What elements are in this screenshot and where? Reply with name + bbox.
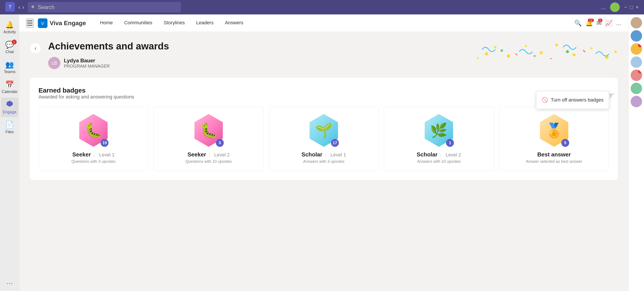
svg-point-21 [572, 54, 576, 56]
nav-link-communities[interactable]: Communities [119, 17, 158, 29]
engage-nav-links: Home Communities Storylines Leaders Answ… [95, 17, 574, 29]
nav-forward-button[interactable]: › [22, 4, 24, 11]
sidebar-more-button[interactable]: … [6, 278, 13, 286]
nav-more-button[interactable]: ... [616, 20, 621, 27]
rs-avatar-6[interactable] [631, 83, 642, 94]
sidebar-item-calendar[interactable]: 📅 Calendar [1, 78, 18, 97]
sidebar-item-activity[interactable]: 🔔 Activity [1, 18, 18, 37]
user-details: Lydya Bauer PROGRAM MANAGER [64, 58, 110, 69]
rs-avatar-7[interactable] [631, 96, 642, 107]
badge-count-best-answer: 5 [561, 139, 569, 147]
svg-point-7 [631, 56, 642, 68]
right-sidebar: ! 1 [628, 14, 644, 291]
sidebar-item-chat-label: Chat [6, 50, 14, 54]
nav-message-button[interactable]: ✉ 5 [596, 20, 602, 27]
badge-card-seeker-1: 🐛 19 Seeker | Level 1 Questions with 3 u… [38, 107, 148, 171]
search-bar[interactable]: 🔍 [28, 2, 181, 12]
sidebar-item-activity-label: Activity [3, 30, 16, 34]
restore-button[interactable]: □ [630, 4, 633, 10]
nav-arrows: ‹ › [18, 4, 24, 11]
user-profile-avatar[interactable]: LB [48, 57, 60, 69]
sidebar-item-engage[interactable]: Engage [1, 98, 18, 117]
title-bar-right: ... − □ × [601, 2, 639, 12]
badge-desc-seeker-1: Questions with 3 upvotes [72, 159, 116, 164]
svg-point-20 [555, 44, 558, 46]
confetti-svg [464, 41, 618, 67]
badge-desc-best-answer: Answer selected as best answer [526, 159, 582, 164]
svg-point-19 [540, 51, 543, 54]
svg-point-2 [610, 3, 620, 12]
nav-link-storylines[interactable]: Storylines [158, 17, 190, 29]
badge-desc-seeker-2: Questions with 10 upvotes [186, 159, 232, 164]
sidebar-item-chat[interactable]: 💬 Chat 1 [1, 38, 18, 57]
svg-point-22 [590, 47, 592, 50]
svg-rect-27 [515, 53, 518, 55]
badge-name-seeker-1: Seeker | Level 1 [72, 151, 114, 158]
engage-icon [6, 100, 13, 109]
teams-icon: 👥 [5, 60, 14, 69]
badge-card-seeker-2: 🐛 3 Seeker | Level 2 Questions with 10 u… [154, 107, 264, 171]
search-input[interactable] [38, 4, 178, 10]
rs-badge-3: ! [638, 43, 642, 47]
sidebar-item-calendar-label: Calendar [2, 90, 18, 94]
teams-app-icon: T [5, 2, 15, 12]
minimize-button[interactable]: − [624, 4, 627, 10]
window-controls: − □ × [624, 4, 639, 10]
engage-app-title: Viva Engage [50, 20, 86, 27]
turn-off-icon: 🚫 [542, 97, 548, 103]
svg-text:T: T [8, 4, 12, 10]
more-options-button[interactable]: ... [601, 4, 606, 11]
hamburger-menu-button[interactable]: ☰ [26, 18, 34, 28]
page-content: ‹ Achievements and awards LB Lydya Bauer… [19, 32, 628, 188]
badge-icon-best-answer: 🏅 5 [540, 114, 568, 147]
svg-point-30 [614, 50, 617, 53]
nav-back-button[interactable]: ‹ [18, 4, 20, 11]
svg-point-16 [494, 46, 496, 48]
svg-point-4 [631, 17, 642, 28]
user-name: Lydya Bauer [64, 58, 110, 64]
svg-point-25 [534, 55, 536, 57]
svg-rect-28 [550, 58, 552, 59]
nav-message-badge: 5 [598, 18, 602, 22]
badge-name-best-answer: Best answer [537, 151, 571, 158]
badges-header: Earned badges Awarded for asking and ans… [38, 87, 134, 107]
calendar-icon: 📅 [5, 80, 14, 88]
files-icon: 📄 [5, 120, 14, 129]
close-button[interactable]: × [636, 4, 639, 10]
turn-off-label: Turn off answers badges [551, 97, 604, 103]
badge-icon-scholar-1: 🌱 17 [310, 114, 338, 147]
svg-point-15 [485, 52, 488, 56]
badge-icon-seeker-1: 🐛 19 [79, 114, 108, 147]
rs-avatar-3[interactable]: ! [631, 43, 642, 55]
badge-card-scholar-2: 🌿 1 Scholar | Level 2 Answers with 10 up… [384, 107, 494, 171]
sidebar-item-files[interactable]: 📄 Files [1, 118, 18, 137]
search-icon: 🔍 [31, 5, 36, 10]
svg-text:LB: LB [52, 60, 57, 66]
rs-avatar-2[interactable] [631, 30, 642, 42]
nav-bell-button[interactable]: 🔔 12 [586, 20, 593, 27]
nav-search-button[interactable]: 🔍 [574, 20, 582, 27]
badge-card-best-answer: 🏅 5 Best answer Answer selected as best … [499, 107, 609, 171]
nav-link-leaders[interactable]: Leaders [191, 17, 219, 29]
nav-link-home[interactable]: Home [95, 17, 118, 29]
sidebar-item-engage-label: Engage [3, 110, 16, 114]
rs-avatar-5[interactable]: 1 [631, 70, 642, 81]
badge-name-seeker-2: Seeker | Level 2 [188, 151, 230, 158]
badges-section: Earned badges Awarded for asking and ans… [30, 78, 618, 180]
user-avatar-titlebar[interactable] [610, 2, 620, 12]
badge-icon-seeker-2: 🐛 3 [194, 114, 223, 147]
badge-name-scholar-2: Scholar | Level 2 [417, 151, 461, 158]
turn-off-badges-menu-item[interactable]: 🚫 Turn off answers badges [536, 94, 609, 106]
engage-nav-actions: 🔍 🔔 12 ✉ 5 📈 ... [574, 20, 621, 27]
sidebar-item-files-label: Files [6, 130, 14, 134]
svg-point-18 [525, 45, 527, 47]
chat-badge: 1 [12, 40, 16, 44]
nav-chart-button[interactable]: 📈 [605, 20, 613, 27]
sidebar-item-teams[interactable]: 👥 Teams [1, 58, 18, 77]
rs-avatar-4[interactable] [631, 56, 642, 68]
rs-avatar-1[interactable] [631, 17, 642, 28]
nav-link-answers[interactable]: Answers [220, 17, 248, 29]
svg-point-26 [566, 50, 569, 53]
back-button[interactable]: ‹ [30, 42, 41, 54]
badge-count-seeker-2: 3 [216, 139, 224, 147]
